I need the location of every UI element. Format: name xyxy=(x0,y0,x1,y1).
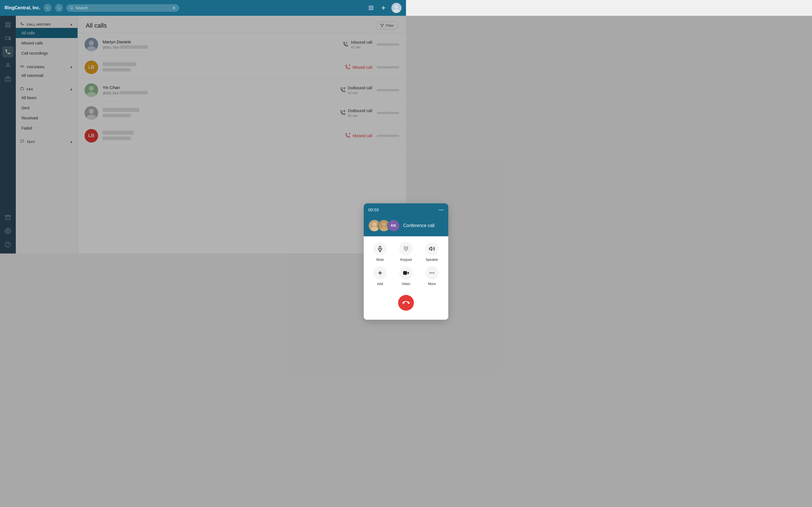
grid-icon[interactable] xyxy=(366,3,375,12)
svg-rect-9 xyxy=(372,9,373,10)
app-title: RingCentral, Inc. xyxy=(4,5,40,10)
search-bar: ✕ xyxy=(66,4,179,12)
topbar-right xyxy=(366,3,402,13)
add-button[interactable] xyxy=(379,3,388,12)
conference-call-label: Conference call xyxy=(403,223,406,228)
svg-rect-5 xyxy=(370,7,371,8)
svg-rect-7 xyxy=(369,9,370,10)
search-clear-icon[interactable]: ✕ xyxy=(172,5,175,11)
svg-point-55 xyxy=(406,246,406,247)
topbar: RingCentral, Inc. ‹ › ✕ xyxy=(0,0,406,16)
svg-point-63 xyxy=(406,250,406,251)
user-avatar[interactable] xyxy=(391,3,402,13)
keypad-control[interactable]: Keypad xyxy=(395,242,406,254)
svg-point-57 xyxy=(404,247,405,248)
modal-header: 00:03 — xyxy=(364,203,406,216)
svg-point-13 xyxy=(395,5,398,9)
svg-point-54 xyxy=(404,246,405,247)
svg-point-61 xyxy=(406,249,406,250)
search-icon xyxy=(70,6,73,10)
svg-rect-4 xyxy=(369,7,370,8)
svg-rect-8 xyxy=(370,9,371,10)
keypad-icon-button xyxy=(399,242,406,254)
svg-rect-6 xyxy=(372,7,373,8)
svg-point-50 xyxy=(380,227,388,231)
svg-point-49 xyxy=(382,222,386,226)
svg-point-46 xyxy=(372,222,377,226)
mute-control[interactable]: Mute xyxy=(369,242,391,254)
overlay: 00:03 — KK Conference call xyxy=(0,16,406,253)
call-timer: 00:03 xyxy=(368,207,379,212)
mute-icon-button xyxy=(373,242,387,254)
svg-point-0 xyxy=(70,6,72,9)
svg-point-47 xyxy=(371,227,378,231)
forward-button[interactable]: › xyxy=(55,4,63,12)
modal-body: Mute Keypad Speaker xyxy=(364,236,406,254)
svg-rect-2 xyxy=(370,6,371,7)
svg-rect-1 xyxy=(369,6,370,7)
conference-modal: 00:03 — KK Conference call xyxy=(364,203,406,254)
modal-avatars: KK Conference call xyxy=(364,216,406,236)
svg-point-60 xyxy=(404,249,405,250)
modal-controls: Mute Keypad Speaker xyxy=(369,242,406,254)
svg-rect-3 xyxy=(372,6,373,7)
avatar-group: KK xyxy=(368,219,400,232)
back-button[interactable]: ‹ xyxy=(44,4,52,12)
conference-avatar-3: KK xyxy=(388,219,400,232)
svg-point-58 xyxy=(406,247,406,248)
search-input[interactable] xyxy=(75,6,170,10)
svg-rect-51 xyxy=(379,246,381,249)
